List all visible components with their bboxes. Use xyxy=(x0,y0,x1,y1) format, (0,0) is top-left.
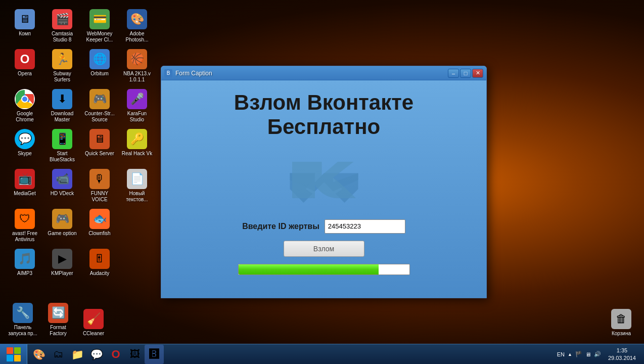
kmplayer-icon: ▶ xyxy=(52,249,72,269)
hack-title: Взлом Вконтакте Бесплатно xyxy=(234,90,413,140)
clownfish-icon: 🐟 xyxy=(89,209,110,229)
realhack-icon: 🔑 xyxy=(127,129,147,149)
tray-volume: 🔊 xyxy=(594,351,601,357)
icon-recycle[interactable]: 🗑 Корзина xyxy=(604,307,639,339)
skype-label: Skype xyxy=(18,151,32,157)
dialog-titlebar: B Form Caption – □ ✕ xyxy=(161,66,486,80)
audacity-label: Audacity xyxy=(90,270,109,277)
icon-panel[interactable]: 🔧 Панель запуска пр... xyxy=(5,301,40,339)
icon-formatfactory[interactable]: 🔄 Format Factory xyxy=(40,301,76,339)
counter-icon: 🎮 xyxy=(89,89,110,109)
close-button[interactable]: ✕ xyxy=(472,69,483,78)
maximize-button[interactable]: □ xyxy=(460,69,471,78)
audacity-icon: 🎚 xyxy=(89,249,110,269)
icon-realhack[interactable]: 🔑 Real Hack Vk xyxy=(119,127,155,165)
progress-bar xyxy=(239,264,379,275)
icon-skype[interactable]: 💬 Skype xyxy=(7,127,42,165)
icon-webmoney[interactable]: 💳 WebMoney Keeper Cl... xyxy=(82,7,117,45)
icon-aimp3[interactable]: 🎵 AIMP3 xyxy=(7,247,42,279)
subway-icon: 🏃 xyxy=(52,49,72,69)
aimp3-label: AIMP3 xyxy=(17,270,32,277)
icon-audacity[interactable]: 🎚 Audacity xyxy=(82,247,117,279)
icon-subway[interactable]: 🏃 Subway Surfers xyxy=(44,47,80,85)
newtxt-label: Новый текстов... xyxy=(120,191,154,203)
icon-mediaget[interactable]: 📺 MediaGet xyxy=(7,167,42,205)
mediaget-icon: 📺 xyxy=(15,169,35,189)
icon-nba[interactable]: 🏀 NBA 2K13.v 1.0.1.1 xyxy=(119,47,155,85)
recycle-label: Корзина xyxy=(612,331,631,337)
icon-camtasia[interactable]: 🎬 Camtasia Studio 8 xyxy=(44,7,80,45)
start-button[interactable] xyxy=(0,344,27,365)
dialog-window: B Form Caption – □ ✕ Взлом Вконтакте Бес… xyxy=(161,66,487,298)
bluestacks-icon: 📱 xyxy=(52,129,72,149)
tray-screen: 🖥 xyxy=(585,351,591,357)
taskbar-icon-green[interactable]: 🖼 xyxy=(125,345,145,364)
dialog-title: Form Caption xyxy=(175,70,448,77)
icon-ccleaner[interactable]: 🧹 CCleaner xyxy=(76,307,111,339)
chrome-icon xyxy=(15,89,35,109)
icon-hdvdeck[interactable]: 📹 HD VDeck xyxy=(44,167,80,205)
icon-bluestacks[interactable]: 📱 Start BlueStacks xyxy=(44,127,80,165)
camtasia-label: Camtasia Studio 8 xyxy=(45,31,79,43)
icon-karafun[interactable]: 🎤 KaraFun Studio xyxy=(119,87,155,125)
adobe-label: Adobe Photosh... xyxy=(120,31,154,43)
icon-kmplayer[interactable]: ▶ KMPlayer xyxy=(44,247,80,279)
progress-container xyxy=(238,264,410,275)
funnyvoice-label: FUNNY VOICE xyxy=(83,191,116,203)
icon-opera[interactable]: O Opera xyxy=(7,47,42,85)
adobe-icon: 🎨 xyxy=(127,9,147,29)
dialog-content: Взлом Вконтакте Бесплатно Введите ID жер… xyxy=(161,80,486,298)
mediaget-label: MediaGet xyxy=(14,191,35,197)
icon-clownfish[interactable]: 🐟 Clownfish xyxy=(82,207,117,245)
vzlom-button[interactable]: Взлом xyxy=(284,241,364,257)
icon-chrome[interactable]: Google Chrome xyxy=(7,87,42,125)
avast-label: avast! Free Antivirus xyxy=(8,231,41,243)
taskbar-icon-blue[interactable]: 🅱 xyxy=(145,345,164,364)
icon-quickserver[interactable]: 🖥 Quick Server xyxy=(82,127,117,165)
realhack-label: Real Hack Vk xyxy=(122,151,153,157)
titlebar-buttons: – □ ✕ xyxy=(448,69,483,78)
icon-download[interactable]: ⬇ Download Master xyxy=(44,87,80,125)
gameoption-label: Game option xyxy=(48,231,76,237)
opera-label: Opera xyxy=(18,71,32,77)
system-clock[interactable]: 1:35 29.03.2014 xyxy=(604,347,640,361)
icon-avast[interactable]: 🛡 avast! Free Antivirus xyxy=(7,207,42,245)
victim-id-input[interactable] xyxy=(325,219,405,234)
icon-comp[interactable]: 🖥 Комп xyxy=(7,7,42,45)
karafun-label: KaraFun Studio xyxy=(120,111,154,123)
avast-icon: 🛡 xyxy=(15,209,35,229)
webmoney-label: WebMoney Keeper Cl... xyxy=(83,31,116,43)
quickserver-icon: 🖥 xyxy=(89,129,110,149)
icon-funnyvoice[interactable]: 🎙 FUNNY VOICE xyxy=(82,167,117,205)
comp-icon: 🖥 xyxy=(15,9,35,29)
kmplayer-label: KMPlayer xyxy=(51,270,73,277)
taskbar-icon-file[interactable]: 🗂 xyxy=(49,345,68,364)
taskbar-icon-skype[interactable]: 💬 xyxy=(87,345,106,364)
language-indicator: EN xyxy=(557,351,565,357)
taskbar-icon-paint[interactable]: 🎨 xyxy=(29,345,49,364)
chrome-label: Google Chrome xyxy=(8,111,41,123)
taskbar-icon-opera[interactable]: O xyxy=(106,345,125,364)
desktop-icon-grid: 🖥 Комп 🎬 Camtasia Studio 8 💳 WebMoney Ke… xyxy=(5,5,157,281)
hdvdeck-icon: 📹 xyxy=(52,169,72,189)
bluestacks-label: Start BlueStacks xyxy=(45,151,79,163)
minimize-button[interactable]: – xyxy=(448,69,459,78)
taskbar-icons: 🎨 🗂 📁 💬 O 🖼 🅱 xyxy=(27,344,166,364)
panel-label: Панель запуска пр... xyxy=(6,325,39,337)
webmoney-icon: 💳 xyxy=(89,9,110,29)
ccleaner-icon: 🧹 xyxy=(83,309,104,329)
icon-counter[interactable]: 🎮 Counter-Str... Source xyxy=(82,87,117,125)
download-label: Download Master xyxy=(45,111,79,123)
orbitum-label: Orbitum xyxy=(90,71,109,77)
gameoption-icon: 🎮 xyxy=(52,209,72,229)
formatfactory-icon: 🔄 xyxy=(48,303,68,323)
icon-adobe[interactable]: 🎨 Adobe Photosh... xyxy=(119,7,155,45)
form-row: Введите ID жертвы xyxy=(242,219,405,234)
icon-newtxt[interactable]: 📄 Новый текстов... xyxy=(119,167,155,205)
icon-orbitum[interactable]: 🌐 Orbitum xyxy=(82,47,117,85)
newtxt-icon: 📄 xyxy=(127,169,147,189)
quickserver-label: Quick Server xyxy=(85,151,114,157)
panel-icon: 🔧 xyxy=(13,303,33,323)
taskbar-icon-folder[interactable]: 📁 xyxy=(68,345,87,364)
icon-gameoption[interactable]: 🎮 Game option xyxy=(44,207,80,245)
